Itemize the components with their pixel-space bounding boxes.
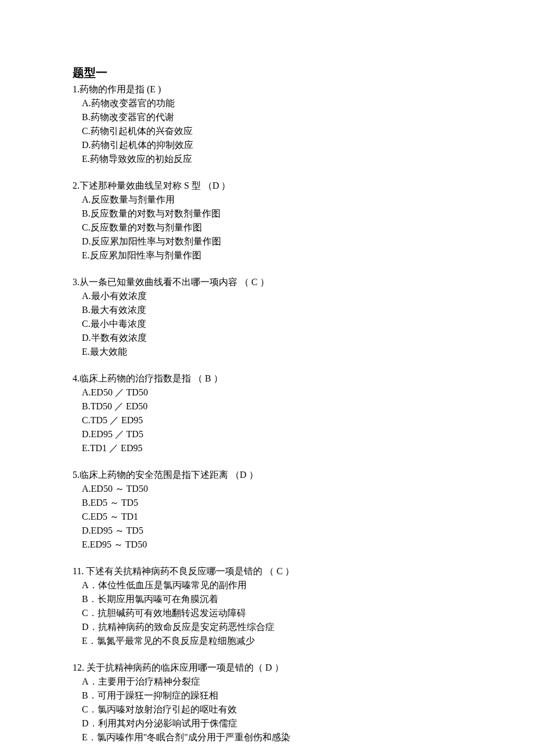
question-option: A．体位性低血压是氯丙嗪常见的副作用 — [73, 578, 461, 592]
question-option: E.TD1 ／ ED95 — [73, 441, 461, 455]
question-option: B.ED5 ～ TD5 — [73, 496, 461, 510]
question-option: B.TD50 ／ ED50 — [73, 399, 461, 413]
question-option: B．长期应用氯丙嗪可在角膜沉着 — [73, 592, 461, 606]
question-option: D.半数有效浓度 — [73, 331, 461, 345]
question-option: C.最小中毒浓度 — [73, 317, 461, 331]
question-option: C.TD5 ／ ED95 — [73, 413, 461, 427]
question-option: A.药物改变器官的功能 — [73, 96, 461, 110]
question-option: B.反应数量的对数与对数剂量作图 — [73, 207, 461, 221]
question-option: B.最大有效浓度 — [73, 303, 461, 317]
question-option: C.药物引起机体的兴奋效应 — [73, 124, 461, 138]
question-option: A.反应数量与剂量作用 — [73, 193, 461, 207]
question-option: B．可用于躁狂一抑制症的躁狂相 — [73, 689, 461, 703]
question-stem: 3.从一条已知量效曲线看不出哪一项内容 （ C ） — [73, 275, 461, 289]
question-option: C.ED5 ～ TD1 — [73, 510, 461, 524]
question-option: E.最大效能 — [73, 345, 461, 359]
question-stem: 1.药物的作用是指 (E ) — [73, 82, 461, 96]
question-option: E.反应累加阳性率与剂量作图 — [73, 249, 461, 262]
question-option: D.ED95 ／ TD5 — [73, 427, 461, 441]
question-option: D.反应累加阳性率与对数剂量作图 — [73, 235, 461, 249]
question-stem: 11. 下述有关抗精神病药不良反应哪一项是错的 （ C ） — [73, 564, 461, 578]
question-12: 12. 关于抗精神病药的临床应用哪一项是错的（ D ） A．主要用于治疗精神分裂… — [73, 661, 461, 744]
question-option: A．主要用于治疗精神分裂症 — [73, 675, 461, 689]
question-option: E．氯氮平最常见的不良反应是粒细胞减少 — [73, 634, 461, 648]
question-option: E.ED95 ～ TD50 — [73, 538, 461, 552]
section-title: 题型一 — [73, 64, 461, 81]
question-option: C.反应数量的对数与剂量作图 — [73, 221, 461, 235]
question-stem: 12. 关于抗精神病药的临床应用哪一项是错的（ D ） — [73, 661, 461, 675]
question-option: D．利用其对内分泌影响试用于侏儒症 — [73, 717, 461, 730]
question-option: D.药物引起机体的抑制效应 — [73, 138, 461, 152]
question-option: A.ED50 ～ TD50 — [73, 482, 461, 496]
question-stem: 4.临床上药物的治疗指数是指 （ B ） — [73, 372, 461, 386]
document-page: 题型一 1.药物的作用是指 (E ) A.药物改变器官的功能 B.药物改变器官的… — [0, 0, 534, 756]
question-option: A.ED50 ／ TD50 — [73, 386, 461, 399]
question-option: E.药物导致效应的初始反应 — [73, 152, 461, 166]
question-stem: 5.临床上药物的安全范围是指下述距离 （D ） — [73, 468, 461, 482]
question-option: C．抗胆碱药可有效地翻转迟发运动障碍 — [73, 606, 461, 620]
question-5: 5.临床上药物的安全范围是指下述距离 （D ） A.ED50 ～ TD50 B.… — [73, 468, 461, 552]
question-1: 1.药物的作用是指 (E ) A.药物改变器官的功能 B.药物改变器官的代谢 C… — [73, 82, 461, 166]
question-option: A.最小有效浓度 — [73, 289, 461, 303]
question-option: E．氯丙嗪作用"冬眠合剂"成分用于严重创伤和感染 — [73, 730, 461, 744]
question-option: C．氯丙嗪对放射治疗引起的呕吐有效 — [73, 703, 461, 717]
question-option: D.ED95 ～ TD5 — [73, 524, 461, 538]
question-11: 11. 下述有关抗精神病药不良反应哪一项是错的 （ C ） A．体位性低血压是氯… — [73, 564, 461, 648]
question-option: B.药物改变器官的代谢 — [73, 110, 461, 124]
question-option: D．抗精神病药的致命反应是安定药恶性综合症 — [73, 620, 461, 634]
question-3: 3.从一条已知量效曲线看不出哪一项内容 （ C ） A.最小有效浓度 B.最大有… — [73, 275, 461, 359]
question-2: 2.下述那种量效曲线呈对称 S 型 （D ） A.反应数量与剂量作用 B.反应数… — [73, 179, 461, 262]
question-stem: 2.下述那种量效曲线呈对称 S 型 （D ） — [73, 179, 461, 193]
question-4: 4.临床上药物的治疗指数是指 （ B ） A.ED50 ／ TD50 B.TD5… — [73, 372, 461, 455]
